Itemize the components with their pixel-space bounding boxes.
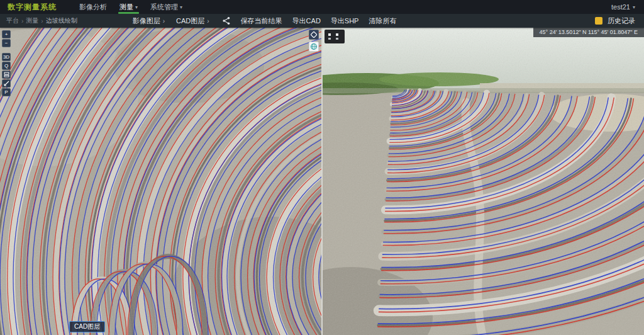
zoom-in-button[interactable]: +	[2, 30, 11, 38]
history-icon	[595, 17, 602, 25]
nav-label: 影像分析	[79, 3, 107, 12]
chevron-right-icon: ›	[163, 18, 165, 25]
app-window: 数字测量系统 影像分析 测量 ▾ 系统管理 ▾ test21 ▾ 平台 › 测量…	[0, 0, 644, 335]
cad-layer-chip[interactable]: CAD图层	[69, 321, 105, 332]
basemap-icon	[311, 31, 317, 38]
share-icon[interactable]	[221, 16, 232, 26]
top-bar: 数字测量系统 影像分析 测量 ▾ 系统管理 ▾ test21 ▾	[0, 0, 644, 14]
layer-menus: 影像图层 › CAD图层 ›	[133, 16, 221, 26]
breadcrumb-item[interactable]: 平台	[6, 16, 19, 25]
nav-label: 系统管理	[150, 3, 178, 12]
print-button[interactable]: P	[2, 88, 11, 96]
menu-label: 影像图层	[133, 16, 160, 26]
zoom-out-button[interactable]: −	[2, 39, 11, 47]
nav-item-image-analysis[interactable]: 影像分析	[73, 0, 113, 14]
chevron-down-icon: ▾	[633, 4, 635, 10]
nav-item-system-admin[interactable]: 系统管理 ▾	[144, 0, 189, 14]
globe-button[interactable]	[309, 42, 319, 52]
map-corner-buttons	[309, 30, 319, 52]
scene-3d-panel[interactable]: 45° 24' 13.5012" N 115° 45' 01.8047" E	[323, 28, 644, 335]
split-divider[interactable]	[321, 28, 323, 335]
layers-icon	[4, 72, 9, 77]
ortho-map-panel[interactable]: + − 3D Q P	[0, 28, 321, 335]
zoom-widget: + −	[2, 30, 11, 47]
app-logo: 数字测量系统	[8, 2, 57, 13]
clear-all-button[interactable]: 清除所有	[369, 16, 396, 26]
share-icon-glyph	[222, 16, 231, 25]
toolbar: 平台 › 测量 › 边坡线绘制 影像图层 › CAD图层 ›	[0, 14, 644, 28]
export-cad-button[interactable]: 导出CAD	[292, 16, 321, 26]
breadcrumb: 平台 › 测量 › 边坡线绘制	[6, 16, 77, 25]
map-stage: + − 3D Q P	[0, 28, 644, 335]
map-tool-column: 3D Q P	[2, 53, 11, 96]
breadcrumb-separator: ›	[21, 18, 23, 25]
compass-icon	[327, 32, 342, 41]
globe-icon	[310, 43, 318, 50]
main-nav: 影像分析 测量 ▾ 系统管理 ▾	[73, 0, 189, 14]
ortho-terrain-svg	[0, 28, 321, 335]
compass-widget[interactable]	[325, 30, 345, 43]
nav-label: 测量	[119, 3, 133, 12]
user-name: test21	[611, 3, 630, 11]
measure-icon	[4, 81, 9, 86]
menu-label: CAD图层	[176, 16, 204, 26]
chevron-right-icon: ›	[207, 18, 209, 25]
history-button[interactable]: 历史记录	[595, 16, 635, 26]
layers-button[interactable]	[2, 71, 11, 79]
scene-terrain-svg	[323, 28, 644, 335]
basemap-toggle-button[interactable]	[309, 30, 319, 40]
breadcrumb-separator: ›	[41, 18, 43, 25]
image-layer-menu[interactable]: 影像图层 ›	[133, 16, 165, 26]
measure-button[interactable]	[2, 79, 11, 88]
chevron-down-icon: ▾	[180, 4, 182, 10]
cad-layer-menu[interactable]: CAD图层 ›	[176, 16, 209, 26]
export-shp-button[interactable]: 导出SHP	[331, 16, 359, 26]
user-menu[interactable]: test21 ▾	[611, 3, 635, 11]
breadcrumb-current: 边坡线绘制	[46, 16, 77, 25]
save-results-button[interactable]: 保存当前结果	[241, 16, 282, 26]
chevron-down-icon: ▾	[135, 4, 138, 10]
coordinates-readout: 45° 24' 13.5012" N 115° 45' 01.8047" E	[533, 28, 644, 37]
toolbar-actions: 保存当前结果 导出CAD 导出SHP 清除所有	[241, 16, 407, 26]
query-button[interactable]: Q	[2, 62, 11, 70]
history-label: 历史记录	[608, 16, 635, 26]
nav-item-survey[interactable]: 测量 ▾	[113, 0, 144, 14]
view-3d-button[interactable]: 3D	[2, 53, 11, 61]
breadcrumb-item[interactable]: 测量	[26, 16, 38, 25]
